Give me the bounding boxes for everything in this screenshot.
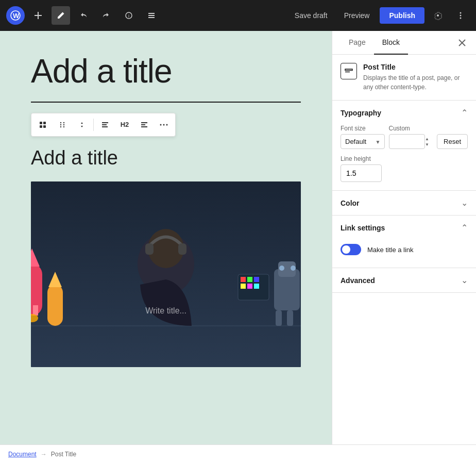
reset-font-size-button[interactable]: Reset [437,134,468,149]
svg-rect-36 [33,305,38,316]
svg-rect-13 [43,122,46,124]
svg-rect-56 [254,284,259,289]
svg-rect-52 [247,277,252,282]
svg-text:i: i [128,13,129,19]
image-block[interactable]: Write title... [31,181,301,367]
make-link-toggle[interactable] [341,244,361,255]
svg-rect-3 [35,15,42,16]
advanced-section: Advanced ⌄ [332,268,476,293]
font-size-select[interactable]: Default Small Medium Large X-Large [341,134,385,149]
svg-rect-59 [345,69,352,71]
color-header[interactable]: Color ⌄ [332,191,476,215]
publish-button[interactable]: Publish [380,7,424,24]
tab-block[interactable]: Block [374,31,408,55]
post-title-large[interactable]: Add a title [31,52,301,91]
custom-label: Custom [389,125,433,132]
link-settings-section: Link settings ⌃ Make title a link [332,216,476,268]
link-settings-title: Link settings [341,224,385,232]
typography-title: Typography [341,109,381,117]
editor-area[interactable]: Add a title H2 Add a ti [0,31,332,444]
svg-point-16 [60,122,61,123]
svg-point-30 [166,124,168,125]
align-button[interactable] [96,115,114,134]
number-spinners: ▲ ▼ [422,136,432,147]
breadcrumb-separator: → [41,451,47,458]
toolbar-divider [93,119,94,131]
svg-point-18 [60,124,61,125]
block-type-button[interactable] [33,115,52,134]
font-size-row: Font size Default Small Medium Large X-L… [341,125,468,149]
svg-point-47 [291,266,296,271]
undo-button[interactable] [74,6,93,25]
svg-rect-54 [241,284,246,289]
make-link-label: Make title a link [367,246,414,254]
heading-level-button[interactable]: H2 [115,115,134,134]
svg-rect-55 [247,284,252,289]
tab-page[interactable]: Page [341,31,374,55]
sidebar: Page Block Post Title Displays the title… [332,31,476,444]
title-divider [31,102,301,103]
link-settings-header[interactable]: Link settings ⌃ [332,216,476,240]
custom-size-input[interactable] [389,134,425,149]
sidebar-close-button[interactable] [456,31,468,54]
svg-rect-24 [102,126,108,127]
block-icon [341,63,357,79]
post-title-medium[interactable]: Add a title [31,147,301,169]
advanced-header[interactable]: Advanced ⌄ [332,268,476,292]
custom-size-wrapper: ▲ ▼ [389,134,433,149]
svg-rect-15 [43,125,46,128]
font-size-select-wrapper: Default Small Medium Large X-Large ▼ [341,134,385,149]
main-area: Add a title H2 Add a ti [0,31,476,444]
svg-rect-7 [148,15,155,16]
link-settings-chevron-up-icon: ⌃ [461,223,468,233]
redo-button[interactable] [97,6,115,25]
details-button[interactable]: i [120,6,138,25]
line-height-row: Line height [341,155,468,182]
block-info-panel: Post Title Displays the title of a post,… [332,55,476,101]
preview-button[interactable]: Preview [338,8,376,23]
color-title: Color [341,199,360,207]
breadcrumb-document[interactable]: Document [8,451,37,458]
save-draft-button[interactable]: Save draft [288,8,334,23]
text-align-button[interactable] [135,115,154,134]
spinner-down-button[interactable]: ▼ [422,142,432,147]
svg-rect-48 [276,310,282,326]
more-options-button[interactable] [451,6,470,25]
color-chevron-down-icon: ⌄ [461,198,468,208]
svg-text:W: W [13,12,20,20]
custom-column: Custom ▲ ▼ [389,125,433,149]
svg-rect-42 [145,243,154,255]
svg-point-19 [63,124,64,125]
svg-rect-22 [102,122,108,123]
edit-button[interactable] [52,6,70,25]
svg-rect-25 [141,122,147,123]
toggle-knob [342,245,350,254]
advanced-chevron-down-icon: ⌄ [461,275,468,285]
drag-handle-button[interactable] [53,115,72,134]
typography-section: Typography ⌃ Font size Default Small Med… [332,101,476,191]
svg-rect-26 [141,124,145,125]
svg-rect-14 [40,125,42,128]
svg-rect-49 [287,310,293,326]
sidebar-tabs: Page Block [332,31,476,55]
scene-background: Write title... [31,181,301,367]
svg-point-29 [163,124,165,125]
svg-point-28 [160,124,162,125]
add-block-button[interactable] [29,6,47,25]
settings-button[interactable] [429,6,447,25]
more-block-options-button[interactable] [155,115,173,134]
spinner-up-button[interactable]: ▲ [422,136,432,142]
svg-point-21 [63,126,64,127]
typography-chevron-up-icon: ⌃ [461,108,468,118]
svg-point-46 [279,266,284,271]
move-block-button[interactable] [73,115,91,134]
block-info-text: Post Title Displays the title of a post,… [363,63,468,92]
svg-rect-8 [148,17,155,18]
toolbar-right: Save draft Preview Publish [288,6,470,25]
breadcrumb-post-title: Post Title [51,451,76,458]
list-view-button[interactable] [142,6,161,25]
typography-header[interactable]: Typography ⌃ [332,101,476,125]
svg-rect-38 [47,285,63,326]
svg-rect-27 [141,126,147,127]
line-height-input[interactable] [341,164,382,182]
